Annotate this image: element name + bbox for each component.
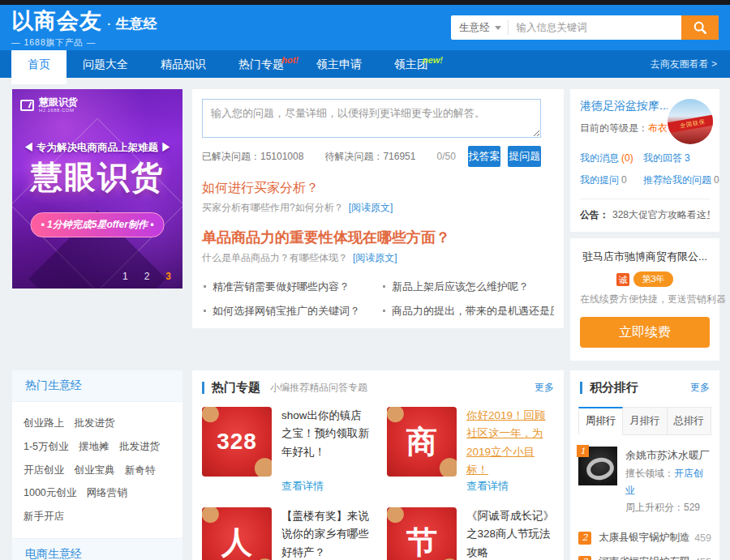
user-panel: 港德足浴盆按摩... 目前的等级是：布衣 全国联保 我的消息(0) 我的回答3 …	[570, 89, 719, 232]
question-title-link[interactable]: 单品商品力的重要性体现在哪些方面？	[202, 228, 554, 247]
banner-logo-name: 慧眼识货	[39, 97, 78, 108]
tag-link[interactable]: 批发进货	[119, 435, 160, 459]
tag-link[interactable]: 1000元创业	[24, 481, 76, 505]
nav-item-lord-group[interactable]: 领主团new!	[378, 50, 444, 78]
solved-count: 已解决问题：15101008	[202, 150, 303, 164]
rank-badge: 2	[578, 532, 591, 545]
ranking-field-row: 擅长领域：开店创业	[625, 465, 711, 499]
topic-image[interactable]: 人	[202, 507, 272, 560]
notice-link[interactable]: 328大促官方攻略看这里	[612, 209, 710, 220]
tag-link[interactable]: 创业路上	[24, 412, 64, 435]
nav-item-topics[interactable]: 热门专题hot!	[222, 50, 300, 78]
site-logo[interactable]: 以商会友 · 生意经 — 1688旗下产品 —	[11, 6, 157, 49]
related-question-link[interactable]: 新品上架后应该怎么维护呢？	[381, 280, 554, 294]
ask-panel: 已解决问题：15101008 待解决问题：716951 0/50 找答案 提问题…	[192, 89, 564, 328]
ranking-top-image[interactable]: 1	[578, 447, 617, 485]
stat-my-answers: 我的回答3	[643, 152, 719, 165]
banner-tagline: ◀ 专为解决电商商品上架难题 ▶	[12, 141, 182, 155]
tag-link[interactable]: 创业宝典	[74, 459, 114, 482]
topic-card[interactable]: 节 《阿诚哥成长记》之328商人节玩法攻略 查看详情	[387, 507, 554, 560]
related-question-link[interactable]: 精准营销需要做好哪些内容？	[202, 280, 375, 294]
notice-row: 公告：328大促官方攻略看这里	[580, 199, 710, 222]
search-button[interactable]	[681, 15, 719, 40]
tag-link[interactable]: 网络营销	[87, 481, 127, 505]
recommended-questions-link[interactable]: 推荐给我的问题	[643, 174, 711, 186]
banner-pill: • 1分钟完成5星offer制作 •	[31, 212, 165, 237]
question-desc: 什么是单品商品力？有哪些体现？[阅读原文]	[202, 251, 554, 265]
search-icon	[693, 20, 707, 35]
topic-image[interactable]: 节	[387, 507, 457, 560]
related-questions: 精准营销需要做好哪些内容？ 新品上架后应该怎么维护呢？ 如何选择网销宝推广的关键…	[202, 280, 554, 318]
avatar[interactable]: 全国联保	[668, 99, 713, 144]
tag-link[interactable]: 1-5万创业	[24, 435, 69, 459]
question-desc: 买家分析有哪些作用?如何分析？[阅读原文]	[202, 201, 554, 215]
pager-dot-3[interactable]: 3	[165, 271, 171, 282]
my-questions-link[interactable]: 我的提问	[580, 174, 619, 186]
ranking-score-row: 周上升积分：529	[625, 499, 711, 516]
related-question-link[interactable]: 商品力的提出，带来的是机遇还是压力？	[381, 304, 554, 318]
sidebar-header-hot-biz[interactable]: 热门生意经	[12, 370, 182, 402]
topic-card[interactable]: 商 你好2019！回顾社区这一年，为2019立个小目标！ 查看详情	[387, 407, 554, 498]
logo-main-text: 以商会友	[11, 6, 102, 36]
logo-tagline: — 1688旗下产品 —	[11, 37, 157, 49]
question-textarea[interactable]	[202, 99, 541, 138]
tag-link[interactable]: 新奇特	[125, 459, 156, 482]
business-circle-link[interactable]: 去商友圈看看 >	[651, 50, 717, 78]
topic-title[interactable]: 你好2019！回顾社区这一年，为2019立个小目标！	[466, 407, 554, 479]
tab-weekly[interactable]: 周排行	[578, 407, 623, 435]
tab-monthly[interactable]: 月排行	[623, 407, 667, 435]
pager-dot-2[interactable]: 2	[144, 271, 150, 282]
nav-item-knowledge[interactable]: 精品知识	[144, 50, 222, 78]
section-accent-bar	[202, 382, 204, 394]
question-title-link[interactable]: 如何进行买家分析？	[202, 180, 554, 197]
nav-item-questions[interactable]: 问题大全	[67, 50, 144, 78]
company-name[interactable]: 驻马店市驰博商贸有限公...	[580, 250, 710, 264]
nav-label: 领主申请	[316, 58, 362, 71]
my-messages-link[interactable]: 我的消息	[580, 152, 619, 164]
nav-item-lord-apply[interactable]: 领主申请	[300, 50, 378, 78]
ranking-row[interactable]: 3河南省恒安锅炉有限公司455	[578, 550, 711, 560]
user-name-link[interactable]: 港德足浴盆按摩...	[580, 99, 668, 113]
topic-title[interactable]: 【盖楼有奖】来说说你的家乡有哪些好特产？	[281, 507, 369, 560]
tag-link[interactable]: 新手开店	[24, 505, 64, 528]
more-link[interactable]: 更多	[690, 381, 710, 395]
tag-link[interactable]: 摆地摊	[79, 435, 110, 459]
related-question-link[interactable]: 如何选择网销宝推广的关键词？	[202, 304, 375, 318]
question-stats-row: 已解决问题：15101008 待解决问题：716951 0/50 找答案 提问题	[202, 146, 541, 167]
topic-title[interactable]: 《阿诚哥成长记》之328商人节玩法攻略	[466, 507, 554, 560]
rank-badge: 3	[578, 556, 591, 560]
stat-my-messages: 我的消息(0)	[580, 152, 642, 165]
new-badge: new!	[423, 46, 443, 74]
pending-count: 待解决问题：716951	[324, 150, 415, 164]
tab-total[interactable]: 总排行	[668, 407, 711, 435]
ranking-row[interactable]: 2太康县银宇锅炉制造有限...459	[578, 526, 711, 550]
my-answers-link[interactable]: 我的回答	[643, 152, 682, 164]
find-answer-button[interactable]: 找答案	[468, 146, 501, 167]
more-link[interactable]: 更多	[535, 381, 554, 395]
view-details-link[interactable]: 查看详情	[466, 479, 554, 498]
view-details-link[interactable]: 查看详情	[281, 479, 369, 498]
topic-title[interactable]: show出你的镇店之宝！预约领取新年好礼！	[281, 407, 369, 461]
tag-link[interactable]: 开店创业	[24, 459, 64, 482]
topic-card[interactable]: 328 show出你的镇店之宝！预约领取新年好礼！ 查看详情	[202, 407, 369, 498]
search-category-dropdown[interactable]: 生意经	[451, 20, 509, 35]
ask-question-button[interactable]: 提问题	[508, 146, 541, 167]
main-nav: 首页 问题大全 精品知识 热门专题hot! 领主申请 领主团new! 去商友圈看…	[0, 50, 730, 78]
site-header: 以商会友 · 生意经 — 1688旗下产品 — 生意经	[0, 5, 730, 50]
read-original-link[interactable]: [阅读原文]	[349, 202, 393, 213]
topic-card[interactable]: 人 【盖楼有奖】来说说你的家乡有哪些好特产？ 查看详情	[202, 507, 369, 560]
tag-link[interactable]: 批发进货	[74, 412, 114, 435]
renew-now-button[interactable]: 立即续费	[580, 317, 710, 348]
read-original-link[interactable]: [阅读原文]	[353, 252, 397, 263]
notice-label: 公告：	[580, 209, 609, 220]
topic-image[interactable]: 328	[202, 407, 272, 477]
banner-logo-domain: HJ.1688.COM	[39, 108, 78, 113]
search-input[interactable]	[509, 22, 682, 33]
hot-tags: 创业路上 批发进货 1-5万创业 摆地摊 批发进货 开店创业 创业宝典 新奇特 …	[12, 402, 182, 538]
nav-item-home[interactable]: 首页	[11, 50, 67, 84]
topic-image[interactable]: 商	[387, 407, 457, 477]
ranking-company-link[interactable]: 余姚市苏沐水暖厂	[625, 447, 711, 465]
promo-banner[interactable]: 慧眼识货 HJ.1688.COM ◀ 专为解决电商商品上架难题 ▶ 慧眼识货 •…	[12, 89, 182, 289]
sidebar-header-ecom-biz[interactable]: 电商生意经	[12, 538, 182, 560]
pager-dot-1[interactable]: 1	[122, 271, 128, 282]
